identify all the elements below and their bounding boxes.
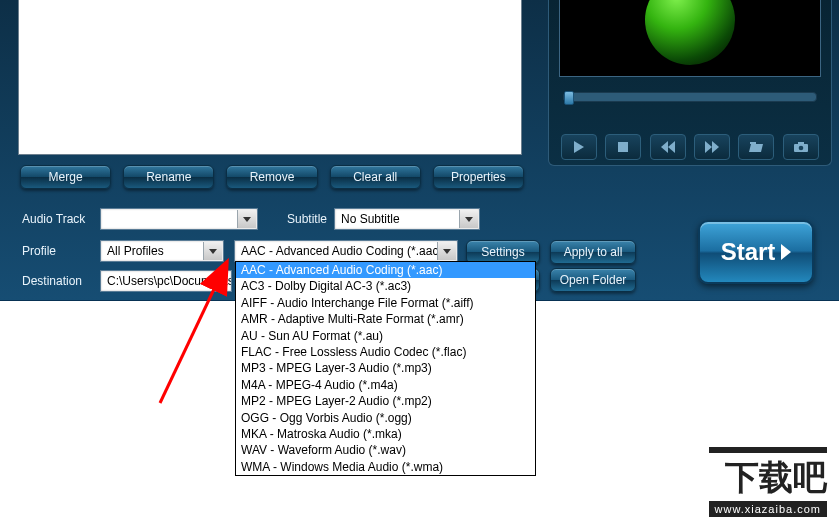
- preview-placeholder-graphic: [645, 0, 735, 65]
- profile-format-select[interactable]: AAC - Advanced Audio Coding (*.aac): [234, 240, 458, 262]
- dropdown-option[interactable]: WMA - Windows Media Audio (*.wma): [236, 459, 535, 475]
- stop-button[interactable]: [605, 134, 641, 160]
- watermark: 下载吧 www.xiazaiba.com: [709, 447, 827, 517]
- dropdown-option[interactable]: MP2 - MPEG Layer-2 Audio (*.mp2): [236, 393, 535, 409]
- dropdown-arrow-icon[interactable]: [237, 210, 256, 228]
- dropdown-option[interactable]: M4A - MPEG-4 Audio (*.m4a): [236, 377, 535, 393]
- rename-button[interactable]: Rename: [123, 165, 214, 189]
- start-button-label: Start: [721, 238, 776, 266]
- open-media-button[interactable]: [738, 134, 774, 160]
- svg-rect-1: [618, 142, 628, 152]
- preview-controls: [549, 129, 831, 165]
- seek-thumb[interactable]: [564, 91, 574, 105]
- dropdown-arrow-icon[interactable]: [203, 242, 222, 260]
- audio-track-value: [101, 209, 257, 215]
- svg-marker-6: [749, 144, 763, 152]
- destination-value: C:\Users\pc\Documents\Ea: [101, 271, 231, 291]
- file-toolbar: Merge Rename Remove Clear all Properties: [20, 165, 524, 193]
- dropdown-option[interactable]: AC3 - Dolby Digital AC-3 (*.ac3): [236, 278, 535, 294]
- subtitle-select[interactable]: No Subtitle: [334, 208, 480, 230]
- subtitle-value: No Subtitle: [335, 209, 479, 229]
- next-button[interactable]: [694, 134, 730, 160]
- profile-format-value: AAC - Advanced Audio Coding (*.aac): [235, 241, 457, 261]
- play-button[interactable]: [561, 134, 597, 160]
- seek-bar[interactable]: [563, 92, 817, 102]
- watermark-url: www.xiazaiba.com: [709, 501, 827, 517]
- dropdown-option[interactable]: AAC - Advanced Audio Coding (*.aac): [236, 262, 535, 278]
- profile-format-dropdown[interactable]: AAC - Advanced Audio Coding (*.aac) AC3 …: [235, 261, 536, 476]
- prev-button[interactable]: [650, 134, 686, 160]
- play-icon: [781, 244, 791, 260]
- dropdown-option[interactable]: MKA - Matroska Audio (*.mka): [236, 426, 535, 442]
- audio-track-select[interactable]: [100, 208, 258, 230]
- svg-rect-9: [798, 142, 804, 145]
- dropdown-option[interactable]: FLAC - Free Lossless Audio Codec (*.flac…: [236, 344, 535, 360]
- start-button[interactable]: Start: [698, 220, 814, 284]
- apply-to-all-button[interactable]: Apply to all: [550, 240, 636, 264]
- svg-rect-7: [750, 142, 756, 144]
- remove-button[interactable]: Remove: [226, 165, 317, 189]
- dropdown-option[interactable]: MP3 - MPEG Layer-3 Audio (*.mp3): [236, 360, 535, 376]
- dropdown-option[interactable]: AU - Sun AU Format (*.au): [236, 328, 535, 344]
- destination-label: Destination: [22, 274, 82, 288]
- subtitle-label: Subtitle: [287, 212, 327, 226]
- profile-group-select[interactable]: All Profiles: [100, 240, 224, 262]
- properties-button[interactable]: Properties: [433, 165, 524, 189]
- svg-marker-2: [661, 141, 668, 153]
- audio-track-label: Audio Track: [22, 212, 85, 226]
- svg-marker-5: [712, 141, 719, 153]
- profile-label: Profile: [22, 244, 56, 258]
- dropdown-arrow-icon[interactable]: [459, 210, 478, 228]
- app-window: Merge Rename Remove Clear all Properties…: [0, 0, 839, 301]
- dropdown-arrow-icon[interactable]: [437, 242, 456, 260]
- svg-point-10: [798, 146, 803, 151]
- snapshot-button[interactable]: [783, 134, 819, 160]
- dropdown-option[interactable]: OGG - Ogg Vorbis Audio (*.ogg): [236, 410, 535, 426]
- preview-screen: [559, 0, 821, 77]
- clear-all-button[interactable]: Clear all: [330, 165, 421, 189]
- merge-button[interactable]: Merge: [20, 165, 111, 189]
- svg-marker-3: [668, 141, 675, 153]
- open-folder-button[interactable]: Open Folder: [550, 268, 636, 292]
- watermark-text: 下载吧: [709, 447, 827, 501]
- dropdown-option[interactable]: AIFF - Audio Interchange File Format (*.…: [236, 295, 535, 311]
- file-list-pane[interactable]: [18, 0, 522, 155]
- preview-panel: [548, 0, 832, 166]
- dropdown-option[interactable]: AMR - Adaptive Multi-Rate Format (*.amr): [236, 311, 535, 327]
- dropdown-option[interactable]: WAV - Waveform Audio (*.wav): [236, 442, 535, 458]
- svg-marker-4: [705, 141, 712, 153]
- destination-input[interactable]: C:\Users\pc\Documents\Ea: [100, 270, 232, 292]
- svg-marker-0: [574, 141, 584, 153]
